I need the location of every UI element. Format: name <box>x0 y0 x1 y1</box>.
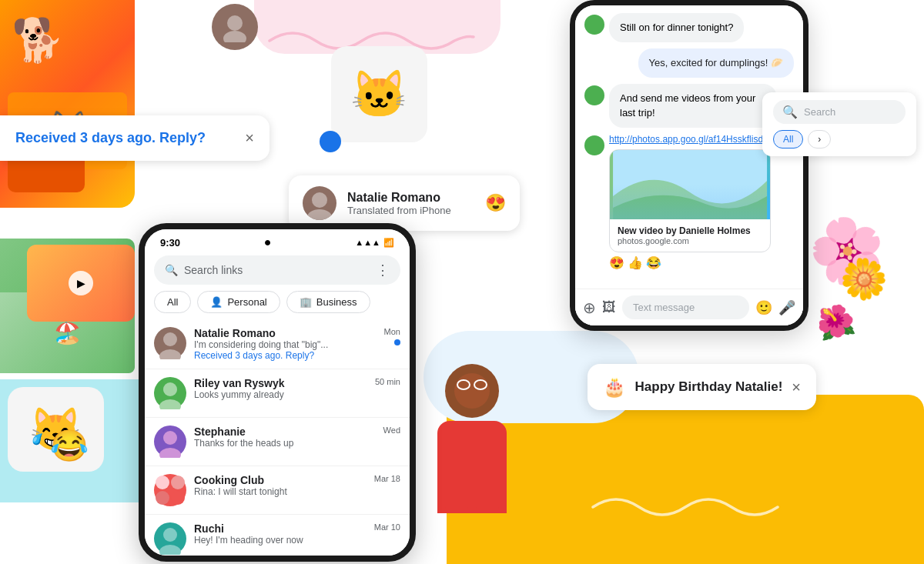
chat-input-field[interactable]: Text message <box>622 295 749 319</box>
contact-avatar-cooking-club <box>154 474 186 506</box>
svg-point-3 <box>307 209 332 220</box>
chat-avatar-1 <box>584 15 604 35</box>
contact-meta-ruchi: Mar 10 <box>374 522 400 532</box>
contact-avatar-stephanie <box>154 426 186 458</box>
natalie-info: Natalie Romano Translated from iPhone <box>347 191 451 216</box>
reaction-thumbsup[interactable]: 👍 <box>628 255 643 270</box>
contact-reply-natalie[interactable]: Received 3 days ago. Reply? <box>194 350 377 361</box>
search-filter-all[interactable]: All <box>773 130 803 149</box>
natalie-avatar <box>303 186 336 220</box>
filter-tab-personal[interactable]: 👤 Personal <box>197 291 280 313</box>
reaction-laugh[interactable]: 😂 <box>646 255 661 270</box>
flowers-illustration: 🌸 🌼 🌺 <box>808 215 916 369</box>
signal-icon: ▲▲▲ <box>355 238 380 247</box>
filter-tab-all[interactable]: All <box>154 291 191 313</box>
wifi-icon: 📶 <box>383 238 394 248</box>
svg-rect-14 <box>613 150 767 219</box>
status-time: 9:30 <box>160 237 180 249</box>
orange-illustration: 🐕 🦊 <box>0 0 135 208</box>
contact-preview-cooking-club: Rina: I will start tonight <box>194 486 367 497</box>
chat-input-bar: ⊕ 🖼 Text message 🙂 🎤 <box>575 289 803 325</box>
cat-sticker-top: 🐱 <box>331 46 427 142</box>
image-icon[interactable]: 🖼 <box>602 299 616 315</box>
video-thumbnail[interactable]: ▶ <box>27 245 135 322</box>
contact-time-ruchi: Mar 10 <box>374 522 400 532</box>
contact-name-ruchi: Ruchi <box>194 522 367 535</box>
contact-name-cooking-club: Cooking Club <box>194 474 367 486</box>
svg-point-0 <box>227 15 243 31</box>
chat-bubble-videos: And send me videos from your last trip! <box>609 84 777 127</box>
svg-point-10 <box>163 528 177 542</box>
link-preview-info: New video by Danielle Holmes photos.goog… <box>610 219 770 252</box>
svg-point-7 <box>159 399 181 409</box>
received-notification: Received 3 days ago. Reply? × <box>0 115 270 161</box>
birthday-close-button[interactable]: × <box>792 379 801 396</box>
contact-time-cooking-club: Mar 18 <box>374 474 400 483</box>
contact-item-stephanie[interactable]: Stephanie Thanks for the heads up Wed <box>145 418 410 466</box>
laugh-emoji-decoration: 😂 <box>50 428 89 464</box>
birthday-emoji: 🎂 <box>603 376 626 398</box>
chat-link-url[interactable]: http://photos.app.goo.gl/af14HsskflisddI <box>609 134 771 145</box>
status-icons: ▲▲▲ 📶 <box>355 238 394 248</box>
search-placeholder: Search links <box>184 264 243 276</box>
person-illustration <box>422 364 522 518</box>
contact-item-riley[interactable]: Riley van Ryswyk Looks yummy already 50 … <box>145 369 410 418</box>
chat-msg-link: http://photos.app.goo.gl/af14HsskflisddI… <box>584 134 794 270</box>
phone-search-bar[interactable]: 🔍 Search links ⋮ <box>154 255 400 285</box>
contact-preview-riley: Looks yummy already <box>194 389 367 400</box>
svg-point-2 <box>312 192 327 208</box>
filter-tab-business[interactable]: 🏢 Business <box>286 291 370 313</box>
play-button[interactable]: ▶ <box>69 271 93 295</box>
search-icon: 🔍 <box>165 264 178 276</box>
received-text: Received 3 days ago. Reply? <box>15 130 206 146</box>
chat-avatar-2 <box>584 85 604 105</box>
link-preview-image <box>610 150 770 219</box>
birthday-notification: 🎂 Happy Birthday Natalie! × <box>588 364 816 410</box>
contact-item-cooking-club[interactable]: Cooking Club Rina: I will start tonight … <box>145 466 410 515</box>
contact-name-riley: Riley van Ryswyk <box>194 377 367 389</box>
svg-point-5 <box>159 349 181 359</box>
contact-item-ruchi[interactable]: Ruchi Hey! I'm heading over now Mar 10 <box>145 515 410 556</box>
contact-avatar-riley <box>154 377 186 409</box>
contact-item-natalie[interactable]: Natalie Romano I'm considering doing tha… <box>145 319 410 369</box>
svg-point-9 <box>159 448 181 458</box>
svg-point-1 <box>223 31 246 42</box>
chat-inner: Still on for dinner tonight? Yes, excite… <box>575 5 803 325</box>
search-overlay-bar[interactable]: 🔍 Search <box>773 100 906 124</box>
search-overlay: 🔍 Search All › <box>762 92 916 156</box>
contact-preview-ruchi: Hey! I'm heading over now <box>194 535 367 546</box>
search-filter-more[interactable]: › <box>808 130 831 149</box>
contact-preview-stephanie: Thanks for the heads up <box>194 438 376 449</box>
link-preview-title: New video by Danielle Holmes <box>618 225 762 236</box>
mic-icon[interactable]: 🎤 <box>778 299 795 316</box>
search-filter-tabs: All › <box>773 130 906 149</box>
contact-info-cooking-club: Cooking Club Rina: I will start tonight <box>194 474 367 497</box>
received-close-button[interactable]: × <box>245 129 254 147</box>
squiggle-bottom-decoration <box>585 484 785 526</box>
svg-point-11 <box>159 545 181 555</box>
contact-meta-cooking-club: Mar 18 <box>374 474 400 483</box>
status-bar: 9:30 ● ▲▲▲ 📶 <box>145 229 410 252</box>
search-overlay-icon: 🔍 <box>782 105 798 119</box>
chat-bubble-sent-1: Yes, excited for dumplings! 🥟 <box>638 48 795 78</box>
phone-inner: 9:30 ● ▲▲▲ 📶 🔍 Search links ⋮ All 👤 Pers… <box>145 229 410 556</box>
contact-time-natalie: Mon <box>384 327 400 336</box>
contact-info-natalie: Natalie Romano I'm considering doing tha… <box>194 327 377 361</box>
add-icon[interactable]: ⊕ <box>583 299 596 317</box>
contact-name-stephanie: Stephanie <box>194 426 376 438</box>
blue-dot-decoration <box>320 131 341 152</box>
contact-preview-natalie: I'm considering doing that "big"... <box>194 339 377 350</box>
chat-msg-dinner: Still on for dinner tonight? <box>584 13 794 42</box>
contact-time-stephanie: Wed <box>383 426 400 435</box>
contact-info-riley: Riley van Ryswyk Looks yummy already <box>194 377 367 400</box>
more-options-icon[interactable]: ⋮ <box>376 262 390 279</box>
natalie-emoji: 😍 <box>485 193 506 213</box>
emoji-icon[interactable]: 🙂 <box>755 299 772 316</box>
camera-notch: ● <box>264 235 272 249</box>
contact-meta-natalie: Mon <box>384 327 400 345</box>
chat-phone-mockup: Still on for dinner tonight? Yes, excite… <box>570 0 808 331</box>
phone-mockup: 9:30 ● ▲▲▲ 📶 🔍 Search links ⋮ All 👤 Pers… <box>139 223 416 562</box>
reaction-heart-eyes[interactable]: 😍 <box>609 255 624 270</box>
filter-tabs: All 👤 Personal 🏢 Business <box>145 291 410 319</box>
svg-point-4 <box>163 332 177 346</box>
